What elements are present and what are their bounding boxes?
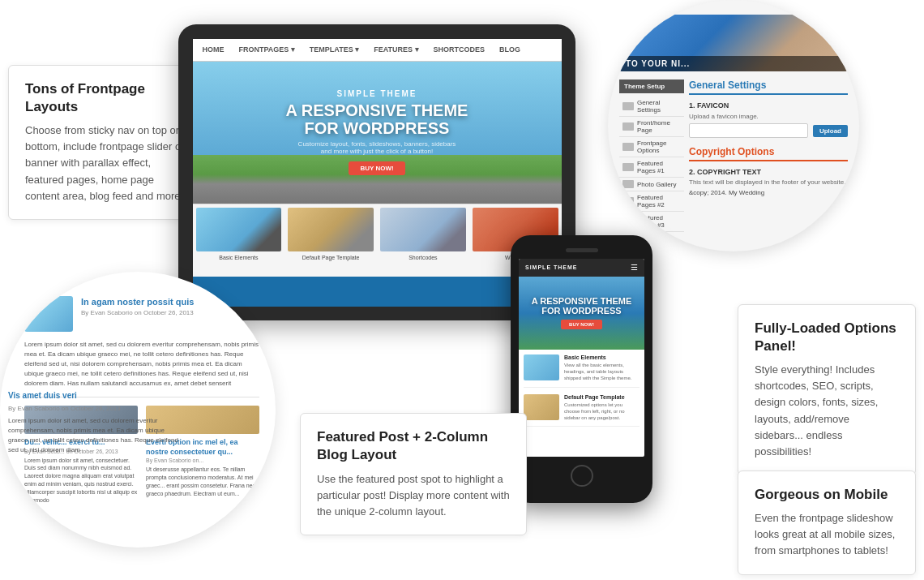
blog-col-meta-2: By Evan Scaborio on... [146, 458, 259, 463]
thumb-img-2 [288, 208, 374, 251]
admin-copyright-title: Copyright Options [689, 146, 848, 161]
admin-top-text: TO YOUR NI... [619, 56, 848, 71]
blog-featured-thumb [24, 296, 73, 332]
admin-upload-button[interactable]: Upload [813, 125, 848, 137]
blog-vis-amet-excerpt: Lorem ipsum dolor sit amet, sed cu dolor… [8, 416, 178, 455]
blog-featured-title: In agam noster possit quis [81, 296, 194, 307]
admin-panel-circle: TO YOUR NI... Theme Setup General Settin… [608, 0, 859, 251]
admin-copyright-label: 2. COPYRIGHT TEXT [689, 168, 848, 176]
phone-list: Basic Elements View all the basic elemen… [519, 350, 644, 439]
admin-favicon-desc: Upload a favicon image. [689, 113, 848, 120]
blog-featured-meta: In agam noster possit quis By Evan Scabo… [81, 296, 194, 332]
admin-copyright-value: &copy; 2014. My Wedding [689, 189, 848, 196]
tablet-hero-title: A RESPONSIVE THEMEFOR WORDPRESS [286, 101, 468, 137]
admin-circle-bg: TO YOUR NI... Theme Setup General Settin… [608, 0, 859, 251]
admin-top-image: TO YOUR NI... [619, 15, 848, 71]
callout-featured-body: Use the featured post spot to highlight … [317, 471, 510, 520]
callout-featured-title: Featured Post + 2-Column Blog Layout [317, 428, 510, 464]
admin-sidebar-icon-frontpage [622, 143, 634, 151]
admin-sidebar-item-gallery[interactable]: Photo Gallery [619, 178, 684, 191]
phone-list-item-2: Default Page Template Customized options… [524, 394, 640, 427]
tablet-nav-blog[interactable]: BLOG [499, 45, 520, 54]
callout-frontpage-body: Choose from sticky nav on top or bottom,… [25, 122, 186, 204]
phone-home-button[interactable] [571, 465, 593, 487]
blog-sidebar-text: Vis amet duis veri By Evan Scaborio on O… [8, 389, 178, 455]
phone-device: SIMPLE THEME ☰ A RESPONSIVE THEMEFOR WOR… [511, 235, 652, 503]
phone-site-name: SIMPLE THEME [525, 264, 578, 270]
phone-menu-icon[interactable]: ☰ [631, 263, 638, 272]
callout-options: Fully-Loaded Options Panel! Style everyt… [738, 304, 916, 475]
callout-mobile-title: Gorgeous on Mobile [755, 486, 899, 504]
blog-vis-amet-title: Vis amet duis veri [8, 389, 178, 402]
admin-sidebar-icon-gallery [622, 180, 634, 188]
phone-list-text-2: Default Page Template Customized options… [564, 394, 640, 422]
thumb-label-1: Basic Elements [219, 255, 258, 260]
thumb-label-2: Default Page Template [302, 255, 360, 260]
tablet-nav-shortcodes[interactable]: SHORTCODES [434, 45, 486, 54]
admin-sidebar-icon-general [622, 102, 634, 110]
admin-inner: TO YOUR NI... Theme Setup General Settin… [608, 0, 859, 251]
tablet-screen: HOME FRONTPAGES ▾ TEMPLATES ▾ FEATURES ▾… [193, 39, 562, 307]
phone-screen: SIMPLE THEME ☰ A RESPONSIVE THEMEFOR WOR… [519, 259, 644, 457]
blog-col-text-2: Ut deserusse appellantur eos. Te nillam … [146, 466, 259, 497]
admin-sidebar-item-featured1[interactable]: Featured Pages #1 [619, 157, 684, 178]
phone-list-desc-1: View all the basic elements, headings, a… [564, 363, 640, 381]
admin-panel: Theme Setup General Settings Front/home … [619, 79, 848, 246]
admin-sidebar-item-featured2[interactable]: Featured Pages #2 [619, 191, 684, 212]
blog-vis-amet-meta: By Evan Scaborio on October 26, 2013 [8, 404, 178, 414]
admin-sidebar-icon-featured2 [622, 197, 634, 205]
phone-list-title-1: Basic Elements [564, 354, 640, 361]
admin-favicon-input[interactable] [689, 123, 808, 138]
admin-sidebar-icon-featured1 [622, 163, 634, 171]
tablet-hero-button[interactable]: BUY NOW! [349, 161, 404, 175]
tablet-nav-templates[interactable]: TEMPLATES ▾ [310, 45, 359, 54]
tablet-thumb-1: Basic Elements [193, 204, 285, 277]
callout-options-body: Style everything! Includes shortcodes, S… [755, 362, 899, 460]
callout-featured: Featured Post + 2-Column Blog Layout Use… [300, 413, 527, 535]
phone-list-title-2: Default Page Template [564, 394, 640, 401]
admin-sidebar-icon-featured3 [622, 217, 634, 226]
phone-list-desc-2: Customized options let you choose from l… [564, 402, 640, 421]
admin-sidebar-item-general[interactable]: General Settings [619, 97, 684, 117]
callout-frontpage-title: Tons of Frontpage Layouts [25, 80, 186, 116]
tablet-nav-features[interactable]: FEATURES ▾ [374, 45, 418, 54]
blog-featured-meta-text: By Evan Scaborio on October 26, 2013 [81, 309, 194, 316]
tablet-nav: HOME FRONTPAGES ▾ TEMPLATES ▾ FEATURES ▾… [193, 39, 562, 62]
phone-hero: A RESPONSIVE THEMEFOR WORDPRESS BUY NOW! [519, 277, 644, 350]
blog-featured-header: In agam noster possit quis By Evan Scabo… [24, 296, 259, 332]
tablet-nav-home[interactable]: HOME [203, 45, 225, 54]
phone-outer: SIMPLE THEME ☰ A RESPONSIVE THEMEFOR WOR… [511, 235, 652, 503]
tablet-nav-frontpages[interactable]: FRONTPAGES ▾ [239, 45, 295, 54]
admin-general-settings-title: General Settings [689, 79, 848, 95]
phone-list-item-1: Basic Elements View all the basic elemen… [524, 354, 640, 388]
tablet-hero-sub: Customize layout, fonts, slideshows, ban… [298, 140, 456, 155]
thumb-img-1 [196, 208, 282, 251]
blog-featured-excerpt: Lorem ipsum dolor sit amet, sed cu dolor… [24, 340, 259, 389]
tablet-thumb-3: Shortcodes [377, 204, 469, 277]
admin-upload-row: Upload [689, 123, 848, 138]
phone-nav: SIMPLE THEME ☰ [519, 259, 644, 277]
phone-list-img-1 [524, 354, 559, 380]
tablet-site-title: SIMPLE THEME [336, 89, 417, 98]
admin-copyright-desc: This text will be displayed in the foote… [689, 178, 848, 186]
admin-favicon-label: 1. FAVICON [689, 101, 848, 110]
admin-sidebar-title: Theme Setup [619, 79, 684, 93]
tablet-hero: SIMPLE THEME A RESPONSIVE THEMEFOR WORDP… [193, 62, 562, 204]
admin-sidebar-icon-home [622, 122, 634, 131]
phone-list-text-1: Basic Elements View all the basic elemen… [564, 354, 640, 382]
tablet-thumbs: Basic Elements Default Page Template Sho… [193, 204, 562, 277]
phone-hero-button[interactable]: BUY NOW! [561, 320, 602, 329]
callout-mobile-body: Even the frontpage slideshow looks great… [755, 510, 899, 559]
phone-speaker [566, 248, 598, 252]
phone-list-img-2 [524, 394, 559, 420]
admin-sidebar: Theme Setup General Settings Front/home … [619, 79, 684, 246]
admin-sidebar-item-home[interactable]: Front/home Page [619, 117, 684, 137]
callout-frontpage: Tons of Frontpage Layouts Choose from st… [8, 65, 203, 220]
blog-col-text-1: Lorem ipsum dolor sit amet, consectetuer… [24, 457, 138, 505]
callout-mobile: Gorgeous on Mobile Even the frontpage sl… [738, 470, 916, 575]
thumb-img-3 [380, 208, 466, 251]
admin-sidebar-item-frontpage[interactable]: Frontpage Options [619, 137, 684, 157]
tablet-thumb-2: Default Page Template [284, 204, 377, 277]
admin-sidebar-item-featured3[interactable]: Featured Pages #3 [619, 212, 684, 232]
callout-options-title: Fully-Loaded Options Panel! [755, 320, 899, 355]
